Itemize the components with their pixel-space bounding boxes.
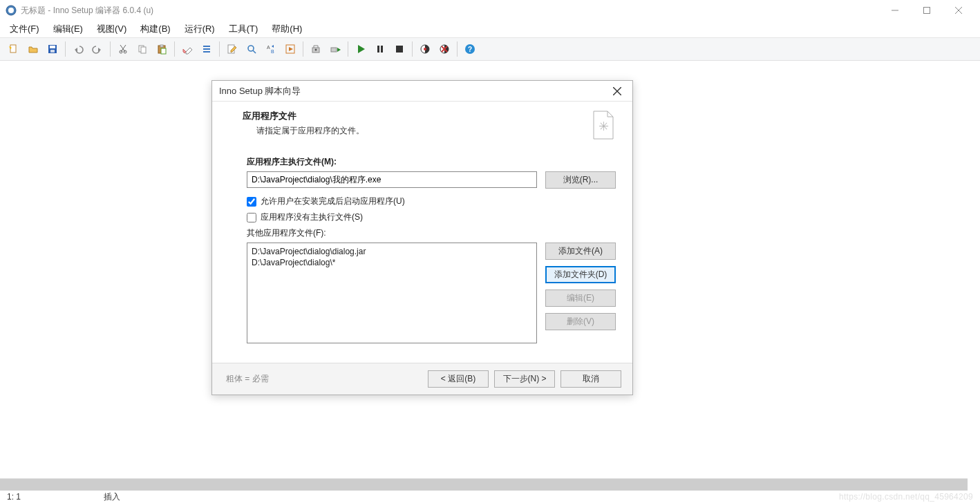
svg-point-43 [424,48,426,50]
main-exe-label: 应用程序主执行文件(M): [247,156,616,168]
svg-rect-9 [50,46,55,48]
allow-run-after-install-checkbox[interactable]: 允许用户在安装完成后启动应用程序(U) [247,196,616,207]
menu-help[interactable]: 帮助(H) [266,21,308,37]
close-button[interactable] [943,0,974,21]
toolbar-separator [457,41,458,57]
menubar: 文件(F) 编辑(E) 视图(V) 构建(B) 运行(R) 工具(T) 帮助(H… [0,21,980,37]
help-icon[interactable]: ? [462,41,478,57]
dialog-header-desc: 请指定属于应用程序的文件。 [256,125,584,137]
compile-run-icon[interactable] [327,41,343,57]
list-icon[interactable] [198,41,215,57]
toolbar-separator [219,41,220,57]
document-icon: ✳ [591,110,616,142]
svg-line-29 [253,50,256,53]
dialog-header-title: 应用程序文件 [243,110,584,122]
svg-text:B: B [271,49,274,54]
footer-hint: 粗体 = 必需 [223,373,422,385]
svg-marker-23 [183,49,186,53]
toolbar-separator [174,41,175,57]
menu-run[interactable]: 运行(R) [179,21,220,37]
checkbox-input[interactable] [247,213,256,222]
add-file-button[interactable]: 添加文件(A) [545,243,616,260]
pause-icon[interactable] [372,41,388,57]
minimize-button[interactable] [879,0,911,21]
checkbox-label: 允许用户在安装完成后启动应用程序(U) [261,196,405,207]
svg-rect-39 [377,46,379,53]
no-main-exe-checkbox[interactable]: 应用程序没有主执行文件(S) [247,211,616,223]
svg-rect-36 [331,48,337,52]
window-controls [879,0,974,21]
paste-icon[interactable] [153,41,170,57]
cut-icon[interactable] [115,41,131,57]
svg-rect-3 [924,8,930,14]
cancel-button[interactable]: 取消 [560,370,621,388]
window-titlebar: 无标题 - Inno Setup 编译器 6.0.4 (u) [0,0,980,21]
edit-script-icon[interactable] [224,41,241,57]
toolbar: AB ? [0,37,980,61]
insert-mode: 插入 [104,491,120,503]
statusbar: 1: 1 插入 [0,491,980,503]
dialog-body: 应用程序主执行文件(M): 浏览(R)... 允许用户在安装完成后启动应用程序(… [212,152,632,363]
other-files-listbox[interactable]: D:\JavaProject\dialog\dialog.jar D:\Java… [247,243,537,343]
maximize-button[interactable] [911,0,943,21]
svg-rect-10 [50,50,55,53]
list-item[interactable]: D:\JavaProject\dialog\dialog.jar [252,246,532,257]
stop-icon[interactable] [391,41,408,57]
next-button[interactable]: 下一步(N) > [494,370,555,388]
target-xdebug-icon[interactable] [436,41,453,57]
menu-tools[interactable]: 工具(T) [223,21,264,37]
delete-button[interactable]: 删除(V) [545,313,616,330]
toolbar-separator [110,41,111,57]
replace-icon[interactable]: AB [263,41,279,57]
edit-button[interactable]: 编辑(E) [545,290,616,307]
menu-view[interactable]: 视图(V) [91,21,132,37]
svg-rect-20 [160,45,163,47]
back-button[interactable]: < 返回(B) [428,370,489,388]
svg-point-35 [315,49,317,51]
window-title: 无标题 - Inno Setup 编译器 6.0.4 (u) [21,5,879,17]
dialog-close-button[interactable] [609,83,625,99]
eraser-icon[interactable] [179,41,196,57]
save-icon[interactable] [44,41,61,57]
find-icon[interactable] [243,41,260,57]
dialog-header: 应用程序文件 请指定属于应用程序的文件。 ✳ [212,102,632,152]
toolbar-separator [65,41,66,57]
list-item[interactable]: D:\JavaProject\dialog\* [252,257,532,268]
dialog-footer: 粗体 = 必需 < 返回(B) 下一步(N) > 取消 [212,363,632,395]
checkbox-input[interactable] [247,197,256,207]
redo-icon[interactable] [89,41,106,57]
target-debug-icon[interactable] [417,41,433,57]
svg-rect-40 [381,46,383,53]
undo-icon[interactable] [70,41,86,57]
toolbar-separator [303,41,303,57]
new-icon[interactable] [6,41,22,57]
menu-file[interactable]: 文件(F) [4,21,45,37]
run-icon[interactable] [352,41,369,57]
open-icon[interactable] [25,41,41,57]
menu-build[interactable]: 构建(B) [135,21,176,37]
dialog-titlebar[interactable]: Inno Setup 脚本向导 [212,81,632,102]
app-icon [6,5,17,16]
svg-rect-18 [141,47,146,53]
compile-icon[interactable] [308,41,324,57]
menu-edit[interactable]: 编辑(E) [48,21,88,37]
browse-button[interactable]: 浏览(R)... [545,171,616,189]
svg-rect-6 [10,45,16,53]
svg-text:✳: ✳ [599,120,609,133]
svg-text:?: ? [468,46,472,53]
other-files-label: 其他应用程序文件(F): [247,227,616,239]
copy-icon[interactable] [134,41,151,57]
svg-text:A: A [267,45,270,50]
main-exe-input[interactable] [247,171,537,188]
svg-rect-21 [161,48,166,54]
svg-point-28 [248,46,254,51]
toolbar-separator [348,41,348,57]
script-wizard-dialog: Inno Setup 脚本向导 应用程序文件 请指定属于应用程序的文件。 ✳ 应… [211,80,633,395]
add-folder-button[interactable]: 添加文件夹(D) [545,266,616,283]
toolbar-separator [412,41,413,57]
svg-marker-37 [337,48,341,52]
scrollbar-thumb[interactable] [0,479,968,491]
goto-icon[interactable] [282,41,299,57]
horizontal-scrollbar[interactable] [0,478,968,491]
svg-point-1 [8,8,14,13]
